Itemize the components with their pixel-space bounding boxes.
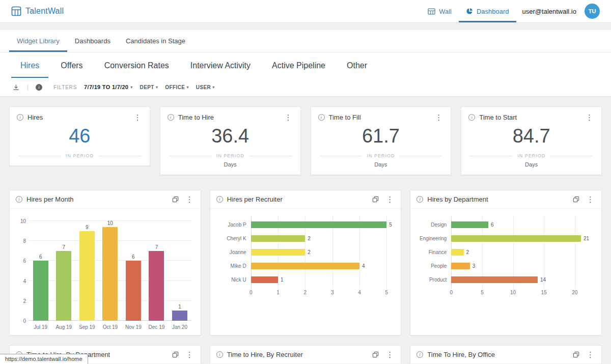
- bar-row: 3: [451, 259, 587, 273]
- nav-dashboard[interactable]: Dashboard: [459, 0, 516, 22]
- date-range-filter[interactable]: 7/7/19 TO 1/7/20 ▾: [84, 84, 132, 90]
- kebab-menu-icon[interactable]: ⋮: [133, 114, 143, 121]
- kebab-menu-icon[interactable]: ⋮: [434, 114, 443, 121]
- toolbar-info-icon[interactable]: i: [36, 84, 42, 91]
- kpi-title: Time to Hire: [178, 114, 214, 121]
- tick-area: 012345: [251, 290, 387, 296]
- x-axis-ticks: 05101520: [410, 287, 601, 296]
- brand[interactable]: TalentWall: [11, 6, 64, 16]
- x-axis-tick: 4: [358, 290, 361, 295]
- category-label: People: [414, 259, 451, 273]
- category-tab-active-pipeline[interactable]: Active Pipeline: [263, 52, 335, 78]
- category-tab-conversion-rates[interactable]: Conversion Rates: [95, 52, 178, 78]
- category-tab-interview-activity[interactable]: Interview Activity: [181, 52, 260, 78]
- kebab-menu-icon[interactable]: ⋮: [385, 351, 395, 358]
- kebab-menu-icon[interactable]: ⋮: [185, 351, 195, 358]
- x-axis-label: Aug 19: [52, 324, 76, 330]
- category-label: Jacob P: [214, 218, 251, 232]
- tab-widget-library[interactable]: Widget Library: [9, 30, 67, 52]
- bar-design: [451, 221, 488, 228]
- bar-column: 9: [75, 221, 99, 321]
- category-label: Joanne: [214, 245, 251, 259]
- hires-per-month-chart: 024681067910671Jul 19Aug 19Sep 19Oct 19N…: [10, 209, 201, 335]
- category-tab-bar: Hires Offers Conversion Rates Interview …: [0, 52, 611, 78]
- bar-jacob-p: [251, 221, 387, 228]
- info-icon[interactable]: i: [416, 351, 423, 358]
- dashboard-content: i Hires ⋮ 46 IN PERIOD i Time to Hire ⋮ …: [0, 97, 611, 364]
- bar-finance: [451, 249, 463, 256]
- kpi-period-label: IN PERIOD: [469, 153, 593, 158]
- horizontal-bar-plot: DesignEngineeringFinancePeopleProduct621…: [410, 209, 601, 287]
- kpi-card-hires: i Hires ⋮ 46 IN PERIOD: [9, 106, 150, 166]
- bar-product: [451, 276, 538, 283]
- category-tab-offers[interactable]: Offers: [51, 52, 92, 78]
- chevron-down-icon: ▾: [156, 85, 158, 90]
- y-axis-tick: 6: [15, 258, 26, 264]
- download-icon[interactable]: [12, 83, 20, 91]
- user-filter[interactable]: USER ▾: [196, 85, 215, 90]
- office-filter[interactable]: OFFICE ▾: [165, 85, 189, 90]
- talentwall-logo-icon: [11, 6, 21, 16]
- tick-area: 05101520: [451, 290, 587, 296]
- kebab-menu-icon[interactable]: ⋮: [586, 351, 595, 358]
- bar-row: 4: [251, 259, 387, 273]
- bar-column: 6: [29, 221, 52, 321]
- nav-wall[interactable]: Wall: [421, 0, 459, 22]
- tab-dashboards[interactable]: Dashboards: [67, 30, 118, 52]
- copy-widget-icon[interactable]: [573, 196, 579, 203]
- kpi-title: Time to Fill: [329, 114, 361, 121]
- axis-spacer: [414, 290, 451, 296]
- kpi-card-time-to-hire: i Time to Hire ⋮ 36.4 IN PERIOD Days: [160, 106, 301, 175]
- kebab-menu-icon[interactable]: ⋮: [284, 114, 293, 121]
- bar-value-label: 6: [491, 222, 494, 228]
- bar-joanne: [251, 249, 306, 256]
- info-icon[interactable]: i: [318, 114, 325, 121]
- wall-icon: [428, 8, 435, 15]
- bar-row: 14: [451, 273, 587, 287]
- category-tab-other[interactable]: Other: [338, 52, 376, 78]
- category-tab-hires[interactable]: Hires: [11, 52, 48, 78]
- chart-card-hires-by-department: i Hires by Department ⋮ DesignEngineerin…: [410, 190, 602, 335]
- info-icon[interactable]: i: [416, 196, 423, 203]
- info-icon[interactable]: i: [216, 351, 223, 358]
- hires-by-department-chart: DesignEngineeringFinancePeopleProduct621…: [410, 209, 601, 335]
- kebab-menu-icon[interactable]: ⋮: [585, 114, 594, 121]
- copy-widget-icon[interactable]: [372, 196, 379, 203]
- copy-widget-icon[interactable]: [372, 351, 379, 358]
- category-label: Design: [414, 218, 451, 232]
- x-axis-label: Dec 19: [145, 324, 169, 330]
- bar-row: 2: [251, 245, 387, 259]
- v-gridline: [386, 216, 387, 289]
- info-icon[interactable]: i: [216, 196, 223, 203]
- copy-widget-icon[interactable]: [573, 351, 579, 358]
- chart-card-hires-per-recruiter: i Hires per Recruiter ⋮ Jacob PCheryl KJ…: [210, 190, 402, 335]
- kebab-menu-icon[interactable]: ⋮: [586, 195, 595, 203]
- kpi-value: 84.7: [468, 125, 594, 147]
- kpi-value: 61.7: [318, 125, 444, 147]
- bar-value-label: 2: [308, 250, 311, 255]
- chart-row: i Hires per Month ⋮ 024681067910671Jul 1…: [9, 190, 602, 335]
- info-icon[interactable]: i: [468, 114, 475, 121]
- bar-column: 6: [122, 221, 145, 321]
- dept-filter[interactable]: DEPT ▾: [140, 85, 158, 90]
- chart-title: Time To Hire, By Office: [427, 351, 495, 358]
- kebab-menu-icon[interactable]: ⋮: [185, 195, 195, 203]
- copy-widget-icon[interactable]: [172, 351, 179, 358]
- bar-engineering: [451, 235, 581, 242]
- user-email: user@talentwall.io: [522, 8, 576, 15]
- kpi-period-label: IN PERIOD: [18, 153, 142, 158]
- copy-widget-icon[interactable]: [172, 196, 179, 203]
- avatar[interactable]: TU: [585, 4, 600, 19]
- bar-row: 21: [451, 232, 587, 245]
- bar-value-label: 10: [107, 221, 113, 226]
- info-icon[interactable]: i: [168, 114, 174, 121]
- info-icon[interactable]: i: [17, 114, 23, 121]
- chart-title: Hires per Month: [26, 195, 73, 203]
- x-axis-label: Nov 19: [122, 324, 145, 330]
- tab-candidates-in-stage[interactable]: Candidates in Stage: [118, 30, 193, 52]
- info-icon[interactable]: i: [16, 196, 22, 203]
- bars-area: 6212314: [451, 218, 587, 287]
- hires-per-recruiter-chart: Jacob PCheryl KJoanneMike DNick U5224101…: [210, 209, 401, 335]
- nav-dashboard-label: Dashboard: [477, 8, 509, 15]
- kebab-menu-icon[interactable]: ⋮: [385, 195, 395, 203]
